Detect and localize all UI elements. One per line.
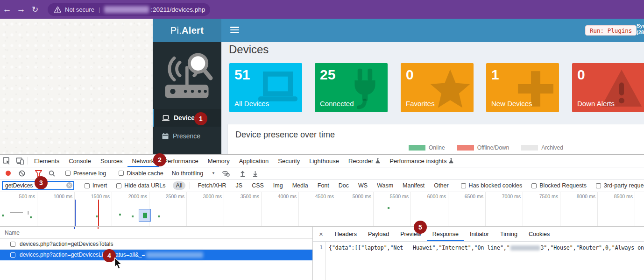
- checkbox[interactable]: [65, 171, 71, 176]
- detail-tab-payload[interactable]: Payload: [362, 227, 395, 241]
- legend-item-offline[interactable]: Offline/Down: [457, 144, 509, 151]
- brand-bold: Alert: [182, 25, 204, 36]
- network-toolbar: Preserve log Disable cache No throttling…: [0, 167, 644, 179]
- checkbox[interactable]: [116, 183, 121, 188]
- timeline-tick-column: 1000 ms: [37, 192, 75, 226]
- presence-panel: Device presence over time Online Offline…: [227, 124, 644, 159]
- filter-chip-all[interactable]: All: [173, 181, 186, 190]
- checkbox[interactable]: [10, 242, 15, 247]
- sidebar-item-presence[interactable]: Presence: [153, 127, 221, 145]
- devtools-tab-console[interactable]: Console: [64, 155, 96, 167]
- card-favorites[interactable]: 0 Favorites: [401, 63, 474, 112]
- detail-tab-response[interactable]: Response: [427, 227, 464, 241]
- desktop-wallpaper: [0, 19, 153, 154]
- redacted-ip: [510, 245, 540, 251]
- request-row-devices-list[interactable]: devices.php?action=getDevicesList&status…: [0, 250, 312, 260]
- close-detail-icon[interactable]: ×: [313, 227, 329, 241]
- request-row-totals[interactable]: devices.php?action=getDevicesTotals: [0, 239, 312, 250]
- clear-icon[interactable]: [19, 170, 25, 177]
- filter-icon[interactable]: [35, 170, 42, 177]
- card-value: 1: [491, 67, 499, 83]
- filter-chip-css[interactable]: CSS: [248, 181, 267, 190]
- app-logo[interactable]: Pi.Alert: [153, 19, 221, 42]
- legend-item-online[interactable]: Online: [409, 144, 445, 151]
- detail-tab-timing[interactable]: Timing: [495, 227, 523, 241]
- devtools-tab-performance-insights[interactable]: Performance insights: [385, 155, 458, 167]
- network-conditions-icon[interactable]: [221, 170, 230, 177]
- forward-button[interactable]: →: [14, 4, 28, 14]
- card-label: Down Alerts: [577, 100, 615, 108]
- devtools-tab-elements[interactable]: Elements: [29, 155, 64, 167]
- checkbox[interactable]: [461, 183, 466, 188]
- blocked-requests-checkbox[interactable]: Blocked Requests: [531, 182, 588, 189]
- card-value: 51: [234, 67, 250, 83]
- has-blocked-cookies-label: Has blocked cookies: [469, 182, 523, 189]
- search-icon[interactable]: [49, 170, 55, 177]
- has-blocked-cookies-checkbox[interactable]: Has blocked cookies: [461, 182, 524, 189]
- annotation-2: 2: [153, 153, 166, 166]
- devtools-tab-sources[interactable]: Sources: [96, 155, 127, 167]
- checkbox[interactable]: [10, 252, 15, 258]
- devtools-tab-memory[interactable]: Memory: [203, 155, 234, 167]
- record-button[interactable]: [6, 171, 11, 176]
- card-connected[interactable]: 25 Connected: [315, 63, 388, 112]
- annotation-1: 1: [194, 112, 207, 125]
- card-new-devices[interactable]: 1 New Devices: [486, 63, 559, 112]
- response-body[interactable]: 1 {"data":[["laptop","Net - Huawei","Int…: [313, 242, 644, 280]
- throttling-select[interactable]: No throttling▼: [172, 170, 215, 177]
- export-har-icon[interactable]: [252, 170, 258, 177]
- legend-item-archived[interactable]: Archived: [521, 144, 563, 151]
- detail-tab-initiator[interactable]: Initiator: [464, 227, 495, 241]
- detail-tab-cookies[interactable]: Cookies: [523, 227, 555, 241]
- sidebar-item-devices[interactable]: Devices: [153, 109, 221, 127]
- response-content: {"data":[["laptop","Net - Huawei","Inter…: [326, 242, 644, 280]
- hide-data-urls-checkbox[interactable]: Hide data URLs: [116, 182, 167, 189]
- annotation-3: 3: [35, 176, 48, 189]
- filter-chip-ws[interactable]: WS: [355, 181, 371, 190]
- line-number: 1: [313, 242, 326, 280]
- checkbox[interactable]: [531, 183, 537, 188]
- checkbox[interactable]: [596, 183, 601, 188]
- card-down-alerts[interactable]: 0 Down Alerts: [572, 63, 644, 112]
- filter-chip-fetch-xhr[interactable]: Fetch/XHR: [194, 181, 229, 190]
- requests-table-header[interactable]: Name: [0, 227, 312, 239]
- third-party-requests-checkbox[interactable]: 3rd-party requests: [596, 182, 644, 189]
- devtools-tab-application[interactable]: Application: [234, 155, 274, 167]
- sidebar: Devices Presence: [153, 42, 221, 154]
- filter-chip-img[interactable]: Img: [270, 181, 286, 190]
- filter-chip-font[interactable]: Font: [314, 181, 333, 190]
- filter-chip-doc[interactable]: Doc: [335, 181, 352, 190]
- card-all-devices[interactable]: 51 All Devices: [229, 63, 302, 112]
- filter-chip-wasm[interactable]: Wasm: [374, 181, 396, 190]
- devtools-tab-lighthouse[interactable]: Lighthouse: [304, 155, 344, 167]
- filter-chip-manifest[interactable]: Manifest: [399, 181, 428, 190]
- filter-chip-js[interactable]: JS: [233, 181, 246, 190]
- url-divider: |: [99, 6, 100, 13]
- request-type-chips: AllFetch/XHRJSCSSImgMediaFontDocWSWasmMa…: [171, 181, 453, 190]
- import-har-icon[interactable]: [240, 170, 246, 177]
- devtools-tab-security[interactable]: Security: [273, 155, 304, 167]
- preserve-log-checkbox[interactable]: Preserve log: [65, 170, 108, 177]
- network-overview-timeline[interactable]: 500 ms1000 ms1500 ms2000 ms2500 ms3000 m…: [0, 192, 644, 227]
- legend-swatch-online: [409, 145, 425, 151]
- filter-chip-other[interactable]: Other: [431, 181, 452, 190]
- disable-cache-label: Disable cache: [127, 170, 163, 177]
- checkbox[interactable]: [85, 183, 90, 188]
- timeline-tick-column: 1500 ms: [75, 192, 112, 226]
- reload-button[interactable]: ↻: [28, 5, 42, 14]
- presence-panel-title: Device presence over time: [228, 124, 644, 140]
- run-plugins-button[interactable]: Run: Plugins: [585, 25, 637, 36]
- back-button[interactable]: ←: [0, 4, 14, 14]
- disable-cache-checkbox[interactable]: Disable cache: [119, 170, 165, 177]
- detail-tab-headers[interactable]: Headers: [329, 227, 362, 241]
- annotation-5: 5: [414, 221, 427, 234]
- address-bar[interactable]: Not secure | :20211/devices.php: [48, 3, 210, 16]
- devtools-tab-recorder[interactable]: Recorder: [344, 155, 385, 167]
- clear-input-icon[interactable]: ✕: [66, 182, 72, 188]
- checkbox[interactable]: [119, 171, 124, 176]
- invert-checkbox[interactable]: Invert: [85, 182, 109, 189]
- sidebar-toggle-icon[interactable]: [230, 27, 239, 34]
- device-toolbar-icon[interactable]: [13, 155, 26, 167]
- inspect-element-icon[interactable]: [0, 155, 13, 167]
- filter-chip-media[interactable]: Media: [289, 181, 311, 190]
